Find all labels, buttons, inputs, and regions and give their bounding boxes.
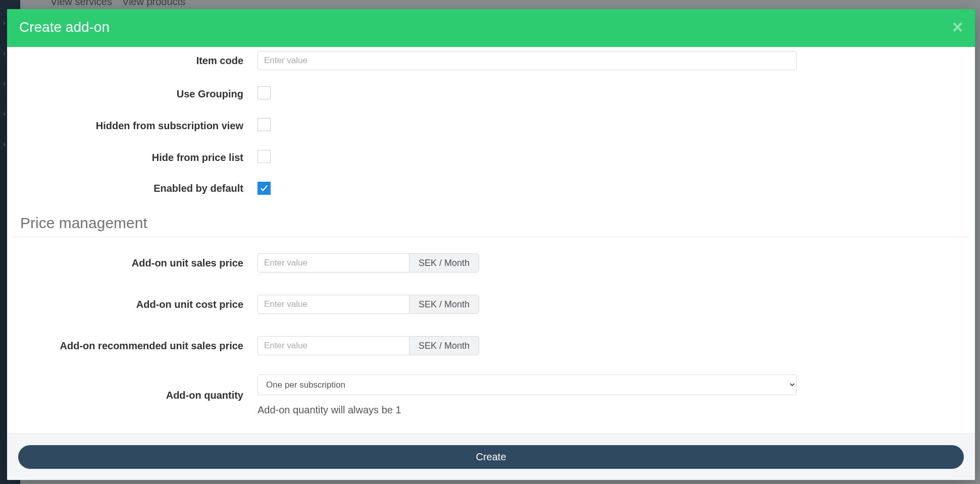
hide-pricelist-checkbox[interactable] (257, 150, 271, 163)
quantity-label: Add-on quantity (11, 390, 243, 401)
view-products-link[interactable]: View products (122, 0, 185, 8)
use-grouping-checkbox[interactable] (257, 86, 271, 99)
recommended-price-label: Add-on recommended unit sales price (11, 340, 243, 352)
hidden-subscription-checkbox[interactable] (257, 118, 271, 131)
cost-price-input[interactable] (257, 295, 409, 314)
hidden-subscription-label: Hidden from subscription view (11, 120, 243, 132)
quantity-help-text: Add-on quantity will always be 1 (257, 404, 809, 416)
cost-price-unit: SEK / Month (409, 295, 479, 314)
enabled-default-label: Enabled by default (11, 183, 243, 194)
enabled-default-checkbox[interactable] (257, 182, 271, 195)
create-addon-modal: Create add-on × Item code Use Grouping H… (7, 9, 975, 480)
modal-footer: Create (7, 434, 975, 480)
modal-header: Create add-on × (7, 9, 975, 47)
item-code-label: Item code (11, 55, 243, 67)
sales-price-label: Add-on unit sales price (11, 257, 243, 269)
item-code-input[interactable] (257, 51, 797, 70)
use-grouping-label: Use Grouping (11, 88, 243, 100)
create-button[interactable]: Create (18, 445, 964, 469)
view-services-link[interactable]: View services (50, 0, 112, 8)
price-management-heading: Price management (14, 203, 968, 237)
modal-body[interactable]: Item code Use Grouping Hidden from subsc… (7, 47, 975, 434)
modal-title: Create add-on (19, 19, 110, 35)
quantity-select[interactable]: One per subscription (257, 374, 797, 395)
recommended-price-input[interactable] (257, 336, 409, 355)
sales-price-input[interactable] (257, 253, 409, 273)
sales-price-unit: SEK / Month (409, 253, 479, 273)
close-icon[interactable]: × (952, 18, 963, 36)
cost-price-label: Add-on unit cost price (11, 299, 243, 310)
recommended-price-unit: SEK / Month (409, 336, 479, 355)
hide-pricelist-label: Hide from price list (11, 152, 243, 164)
